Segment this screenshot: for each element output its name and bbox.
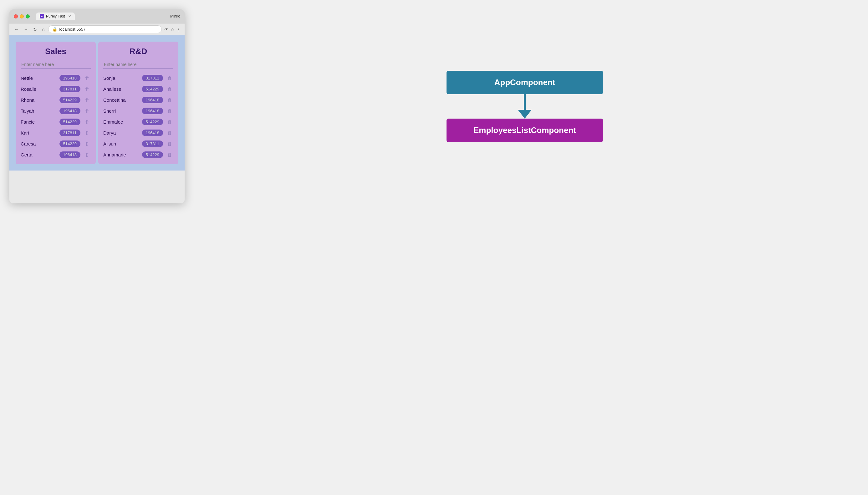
employee-name: Analiese	[103, 86, 142, 92]
menu-icon[interactable]: ⋮	[176, 27, 181, 32]
toolbar-icons: 👁 ☆ ⋮	[164, 27, 181, 32]
refresh-button[interactable]: ↻	[32, 26, 38, 33]
tab-favicon: A	[40, 14, 44, 18]
table-row: Sonja317811🗑	[103, 73, 173, 83]
employee-badge: 317811	[142, 140, 163, 147]
rnd-employee-list: Sonja317811🗑Analiese514229🗑Concettina196…	[103, 73, 173, 159]
star-icon[interactable]: ☆	[171, 27, 175, 32]
employee-name: Kari	[21, 130, 59, 136]
delete-employee-button[interactable]: 🗑	[84, 140, 91, 147]
sales-name-input[interactable]	[21, 61, 91, 69]
delete-employee-button[interactable]: 🗑	[84, 119, 91, 125]
employee-badge: 317811	[59, 86, 81, 92]
employee-name: Rosalie	[21, 86, 59, 92]
diagram-arrow	[518, 94, 532, 119]
browser-tab[interactable]: A Purely Fast ✕	[36, 13, 75, 20]
employee-badge: 514229	[142, 86, 163, 92]
url-text: localhost:5557	[59, 27, 85, 32]
table-row: Rhona514229🗑	[21, 96, 91, 104]
employee-badge: 514229	[59, 97, 81, 103]
table-row: Caresa514229🗑	[21, 139, 91, 148]
sales-employee-list: Nettle196418🗑Rosalie317811🗑Rhona514229🗑T…	[21, 73, 91, 159]
app-content: Sales Nettle196418🗑Rosalie317811🗑Rhona51…	[10, 35, 185, 171]
employee-name: Darya	[103, 130, 142, 136]
employee-badge: 514229	[142, 119, 163, 125]
employee-name: Caresa	[21, 141, 59, 147]
arrow-head	[518, 110, 532, 119]
table-row: Sherri196418🗑	[103, 106, 173, 116]
tab-title: Purely Fast	[46, 14, 65, 18]
back-button[interactable]: ←	[13, 26, 20, 33]
table-row: Alisun317811🗑	[103, 139, 173, 148]
lock-icon: 🔒	[52, 27, 57, 32]
delete-employee-button[interactable]: 🗑	[84, 151, 91, 158]
employee-badge: 514229	[142, 151, 163, 158]
rnd-panel: R&D Sonja317811🗑Analiese514229🗑Concettin…	[98, 41, 178, 164]
employee-name: Fancie	[21, 119, 59, 124]
employee-name: Annamarie	[103, 152, 142, 157]
eye-icon[interactable]: 👁	[164, 27, 169, 32]
delete-employee-button[interactable]: 🗑	[166, 130, 173, 136]
table-row: Emmalee514229🗑	[103, 117, 173, 126]
table-row: Nettle196418🗑	[21, 73, 91, 83]
user-label: Minko	[170, 14, 180, 18]
forward-button[interactable]: →	[22, 26, 30, 33]
employee-name: Alisun	[103, 141, 142, 147]
tab-bar: A Purely Fast ✕	[36, 13, 167, 20]
employee-name: Gerta	[21, 152, 59, 157]
tab-close-icon[interactable]: ✕	[68, 14, 71, 18]
employee-badge: 317811	[59, 130, 81, 136]
delete-employee-button[interactable]: 🗑	[166, 119, 173, 125]
employees-component-box: EmployeesListComponent	[446, 119, 603, 142]
table-row: Talyah196418🗑	[21, 106, 91, 116]
delete-employee-button[interactable]: 🗑	[84, 86, 91, 92]
employee-name: Concettina	[103, 97, 142, 103]
table-row: Rosalie317811🗑	[21, 84, 91, 93]
address-bar[interactable]: 🔒 localhost:5557	[48, 25, 162, 33]
employee-name: Nettle	[21, 75, 59, 81]
minimize-button[interactable]	[20, 14, 24, 18]
table-row: Gerta196418🗑	[21, 150, 91, 159]
employee-name: Talyah	[21, 108, 59, 114]
employee-badge: 196418	[142, 108, 163, 114]
home-button[interactable]: ⌂	[41, 26, 46, 33]
employee-name: Emmalee	[103, 119, 142, 124]
table-row: Annamarie514229🗑	[103, 150, 173, 159]
employee-badge: 196418	[59, 75, 81, 81]
table-row: Kari317811🗑	[21, 128, 91, 137]
employee-badge: 196418	[59, 151, 81, 158]
sales-title: Sales	[21, 47, 91, 56]
component-diagram: AppComponent EmployeesListComponent	[191, 10, 858, 203]
delete-employee-button[interactable]: 🗑	[166, 151, 173, 158]
delete-employee-button[interactable]: 🗑	[166, 108, 173, 114]
rnd-title: R&D	[103, 47, 173, 56]
delete-employee-button[interactable]: 🗑	[84, 97, 91, 103]
employee-badge: 317811	[142, 75, 163, 81]
table-row: Darya196418🗑	[103, 128, 173, 137]
delete-employee-button[interactable]: 🗑	[84, 108, 91, 114]
close-button[interactable]	[14, 14, 18, 18]
employee-badge: 196418	[142, 97, 163, 103]
browser-titlebar: A Purely Fast ✕ Minko	[10, 10, 185, 23]
table-row: Analiese514229🗑	[103, 84, 173, 93]
employee-badge: 514229	[59, 140, 81, 147]
employee-badge: 196418	[59, 108, 81, 114]
browser-toolbar: ← → ↻ ⌂ 🔒 localhost:5557 👁 ☆ ⋮	[10, 23, 185, 35]
delete-employee-button[interactable]: 🗑	[166, 140, 173, 147]
delete-employee-button[interactable]: 🗑	[166, 86, 173, 92]
rnd-name-input[interactable]	[103, 61, 173, 69]
employee-badge: 196418	[142, 130, 163, 136]
table-row: Fancie514229🗑	[21, 117, 91, 126]
employee-name: Sonja	[103, 75, 142, 81]
delete-employee-button[interactable]: 🗑	[84, 130, 91, 136]
maximize-button[interactable]	[25, 14, 30, 18]
table-row: Concettina196418🗑	[103, 96, 173, 104]
delete-employee-button[interactable]: 🗑	[166, 75, 173, 81]
employee-name: Sherri	[103, 108, 142, 114]
delete-employee-button[interactable]: 🗑	[84, 75, 91, 81]
sales-panel: Sales Nettle196418🗑Rosalie317811🗑Rhona51…	[16, 41, 96, 164]
employee-name: Rhona	[21, 97, 59, 103]
delete-employee-button[interactable]: 🗑	[166, 97, 173, 103]
traffic-lights	[14, 14, 30, 18]
browser-window: A Purely Fast ✕ Minko ← → ↻ ⌂ 🔒 localhos…	[10, 10, 185, 203]
